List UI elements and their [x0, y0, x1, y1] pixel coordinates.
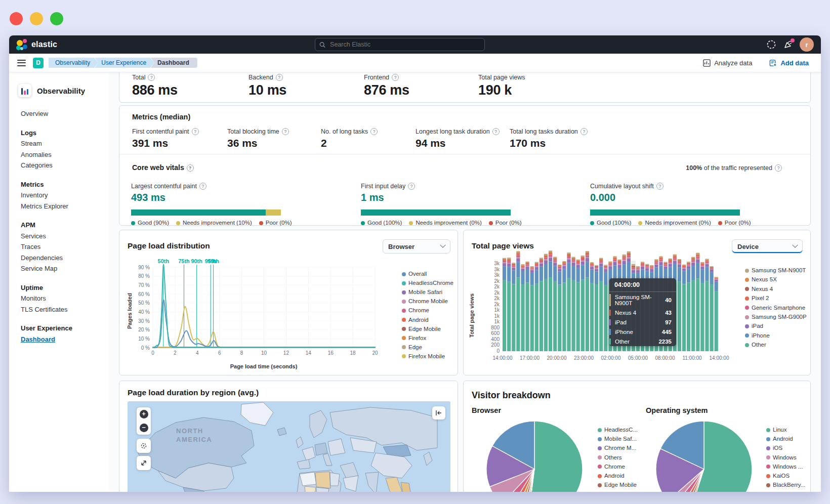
- legend-item-linux[interactable]: Linux: [766, 427, 787, 433]
- help-icon[interactable]: [199, 183, 206, 190]
- help-icon[interactable]: [370, 128, 378, 135]
- svg-text:11:00:00: 11:00:00: [682, 355, 702, 361]
- divider: [119, 154, 810, 154]
- help-icon[interactable]: [282, 128, 289, 135]
- sidebar-item-tls-certificates[interactable]: TLS Certificates: [21, 304, 105, 315]
- legend-item-android[interactable]: Android: [766, 436, 793, 442]
- help-icon[interactable]: [187, 164, 194, 172]
- global-search[interactable]: [315, 38, 485, 51]
- help-icon[interactable]: [492, 128, 500, 135]
- elastic-logo-icon: [16, 39, 27, 50]
- legend-item-edge-mobile[interactable]: Edge Mobile: [598, 482, 637, 488]
- legend-item-android[interactable]: Android: [598, 473, 625, 479]
- sidebar-item-dashboard[interactable]: Dashboard: [21, 334, 105, 345]
- page-load-distribution-panel: Page load distribution Browser Pages loa…: [119, 230, 458, 375]
- help-icon[interactable]: [408, 183, 415, 190]
- news-icon[interactable]: [783, 39, 794, 50]
- help-icon[interactable]: [580, 128, 588, 135]
- space-badge[interactable]: D: [33, 58, 44, 68]
- legend-item-chrome[interactable]: Chrome: [598, 464, 625, 470]
- legend-item-blackberry[interactable]: BlackBerry...: [766, 482, 805, 488]
- map-legend-toggle-icon[interactable]: [432, 406, 445, 419]
- search-input[interactable]: [329, 40, 480, 49]
- sidebar-item-inventory[interactable]: Inventory: [21, 190, 105, 201]
- help-icon[interactable]: [775, 164, 782, 172]
- help-icon[interactable]: [276, 74, 283, 81]
- legend-item-other[interactable]: Other: [745, 342, 766, 348]
- legend-item-windows[interactable]: Windows: [766, 454, 797, 460]
- help-icon[interactable]: [148, 74, 155, 81]
- legend-item-others[interactable]: Others: [766, 491, 791, 492]
- window-zoom-button[interactable]: [50, 12, 63, 25]
- window-close-button[interactable]: [10, 12, 23, 25]
- window-minimize-button[interactable]: [30, 12, 43, 25]
- sidebar-item-metrics-explorer[interactable]: Metrics Explorer: [21, 201, 105, 212]
- map-expand-button[interactable]: [137, 456, 151, 470]
- legend-item-ios[interactable]: iOS: [766, 445, 782, 451]
- legend-item-samsung-sm-n900t[interactable]: Samsung SM-N900T: [745, 267, 806, 273]
- legend-item-firefox[interactable]: Firefox: [598, 491, 622, 492]
- breakdown-select-device[interactable]: Device: [732, 239, 803, 254]
- map-locate-button[interactable]: [137, 439, 151, 453]
- help-icon[interactable]: [766, 39, 776, 50]
- world-map[interactable]: NORTHAMERICA + −: [128, 401, 450, 492]
- analyze-data-button[interactable]: Analyze data: [703, 59, 752, 67]
- legend-item-headlessc[interactable]: HeadlessC...: [598, 427, 638, 433]
- legend-item-firefox[interactable]: Firefox: [402, 335, 426, 341]
- zoom-out-button[interactable]: −: [140, 424, 148, 432]
- legend-item-edge-mobile[interactable]: Edge Mobile: [402, 326, 441, 332]
- cwv-bar: [361, 209, 511, 216]
- sidebar-item-stream[interactable]: Stream: [21, 138, 105, 149]
- help-icon[interactable]: [656, 183, 663, 190]
- page-load-distribution-chart[interactable]: 0 %10 %20 %30 %40 %50 %60 %70 %80 %90 %0…: [135, 259, 385, 360]
- sidebar-item-anomalies[interactable]: Anomalies: [21, 149, 105, 160]
- legend-item-headlesschrome[interactable]: HeadlessChrome: [402, 280, 453, 286]
- elastic-logo-brand[interactable]: elastic: [16, 39, 57, 50]
- os-pie-chart[interactable]: [653, 418, 755, 492]
- kpi-frontend: Frontend876 ms: [364, 74, 409, 98]
- legend-item-mobile-safari[interactable]: Mobile Safari: [402, 289, 442, 295]
- legend-item-overall[interactable]: Overall: [402, 271, 427, 277]
- total-page-views-chart[interactable]: 02004006008001k1k1k2k2k2k2k2k3k3k3k14:00…: [479, 261, 727, 364]
- breadcrumb-dashboard[interactable]: Dashboard: [151, 58, 197, 68]
- avatar[interactable]: r: [800, 37, 814, 52]
- add-data-button[interactable]: Add data: [769, 59, 809, 67]
- sidebar-item-monitors[interactable]: Monitors: [21, 293, 105, 304]
- legend-item-ipad[interactable]: iPad: [745, 323, 763, 329]
- legend-item-nexus-5x[interactable]: Nexus 5X: [745, 276, 777, 282]
- breadcrumb-observability[interactable]: Observability: [49, 58, 98, 68]
- cwv-first-input-delay: First input delay1 msGood (100%)Needs im…: [361, 183, 513, 226]
- sidebar-item-categories[interactable]: Categories: [21, 160, 105, 171]
- legend-item-edge[interactable]: Edge: [402, 344, 422, 350]
- breadcrumb-user-experience[interactable]: User Experience: [95, 58, 154, 68]
- legend-item-windows[interactable]: Windows ...: [766, 464, 803, 470]
- legend-item-samsung-sm-g900p[interactable]: Samsung SM-G900P: [745, 314, 807, 320]
- legend-item-android[interactable]: Android: [402, 317, 429, 323]
- svg-text:60 %: 60 %: [138, 291, 150, 297]
- sidebar-item-traces[interactable]: Traces: [21, 241, 105, 253]
- legend-item-generic-smartphone[interactable]: Generic Smartphone: [745, 305, 805, 311]
- legend-item-iphone[interactable]: iPhone: [745, 332, 770, 339]
- legend-item-chrome-m[interactable]: Chrome M...: [598, 445, 636, 451]
- sidebar-item-service-map[interactable]: Service Map: [21, 263, 105, 274]
- breakdown-select-browser[interactable]: Browser: [383, 239, 450, 254]
- legend-item-chrome[interactable]: Chrome: [402, 307, 429, 313]
- help-icon[interactable]: [192, 128, 199, 135]
- sidebar-item-services[interactable]: Services: [21, 231, 105, 242]
- zoom-in-button[interactable]: +: [140, 410, 148, 418]
- legend-item-kaios[interactable]: KaiOS: [766, 473, 790, 479]
- legend-item-pixel-2[interactable]: Pixel 2: [745, 295, 769, 301]
- legend-item-nexus-4[interactable]: Nexus 4: [745, 286, 773, 292]
- legend-item-others[interactable]: Others: [598, 454, 622, 460]
- help-icon[interactable]: [392, 74, 399, 81]
- sidebar-item-dependencies[interactable]: Dependencies: [21, 253, 105, 264]
- menu-icon[interactable]: [17, 60, 26, 66]
- cwv-legend-item: Needs improvement (0%): [409, 220, 481, 226]
- browser-pie-chart[interactable]: [484, 418, 585, 492]
- legend-item-mobile-saf[interactable]: Mobile Saf...: [598, 436, 637, 442]
- legend-item-chrome-mobile[interactable]: Chrome Mobile: [402, 298, 448, 304]
- legend-item-firefox-mobile[interactable]: Firefox Mobile: [402, 353, 445, 359]
- svg-text:18: 18: [350, 350, 356, 356]
- browser-pie-title: Browser: [472, 406, 501, 414]
- sidebar-item-overview[interactable]: Overview: [21, 108, 105, 119]
